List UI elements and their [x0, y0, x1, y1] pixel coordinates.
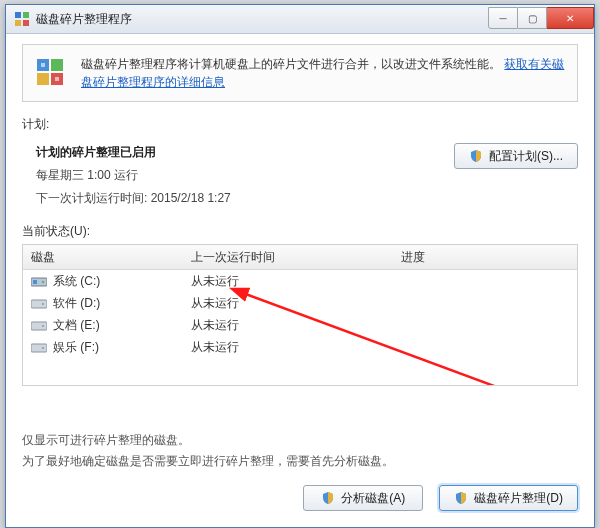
col-lastrun[interactable]: 上一次运行时间: [191, 249, 401, 266]
col-disk[interactable]: 磁盘: [23, 249, 191, 266]
cell-disk: 软件 (D:): [23, 295, 191, 312]
window-body: 磁盘碎片整理程序将计算机硬盘上的碎片文件进行合并，以改进文件系统性能。 获取有关…: [6, 34, 594, 527]
shield-icon: [321, 491, 335, 505]
analyze-button[interactable]: 分析磁盘(A): [303, 485, 423, 511]
configure-schedule-label: 配置计划(S)...: [489, 148, 563, 165]
defrag-window: 磁盘碎片整理程序 ─ ▢ ✕ 磁盘碎片整理程序将计算机硬盘上的碎片文件进行合并，…: [5, 4, 595, 528]
shield-icon: [454, 491, 468, 505]
disk-table: 磁盘 上一次运行时间 进度 系统 (C:)从未运行软件 (D:)从未运行文档 (…: [22, 244, 578, 386]
svg-point-16: [42, 325, 44, 327]
cell-lastrun: 从未运行: [191, 339, 401, 356]
titlebar: 磁盘碎片整理程序 ─ ▢ ✕: [6, 5, 594, 34]
svg-rect-8: [41, 63, 45, 67]
svg-rect-11: [33, 280, 37, 284]
svg-rect-17: [31, 344, 47, 352]
svg-rect-6: [37, 73, 49, 85]
schedule-info: 计划的碎片整理已启用 每星期三 1:00 运行 下一次计划运行时间: 2015/…: [22, 137, 444, 209]
info-text: 磁盘碎片整理程序将计算机硬盘上的碎片文件进行合并，以改进文件系统性能。 获取有关…: [81, 55, 565, 91]
svg-point-18: [42, 347, 44, 349]
defrag-label: 磁盘碎片整理(D): [474, 490, 563, 507]
window-title: 磁盘碎片整理程序: [36, 11, 488, 28]
status-label: 当前状态(U):: [22, 223, 578, 240]
schedule-next: 下一次计划运行时间: 2015/2/18 1:27: [36, 187, 444, 210]
svg-point-14: [42, 303, 44, 305]
analyze-label: 分析磁盘(A): [341, 490, 405, 507]
svg-rect-0: [15, 12, 21, 18]
defrag-icon: [35, 55, 69, 89]
table-row[interactable]: 文档 (E:)从未运行: [23, 314, 577, 336]
schedule-label: 计划:: [22, 116, 578, 133]
window-buttons: ─ ▢ ✕: [488, 7, 594, 27]
configure-schedule-button[interactable]: 配置计划(S)...: [454, 143, 578, 169]
cell-lastrun: 从未运行: [191, 295, 401, 312]
hint-block: 仅显示可进行碎片整理的磁盘。 为了最好地确定磁盘是否需要立即进行碎片整理，需要首…: [22, 430, 578, 471]
info-banner: 磁盘碎片整理程序将计算机硬盘上的碎片文件进行合并，以改进文件系统性能。 获取有关…: [22, 44, 578, 102]
svg-rect-15: [31, 322, 47, 330]
table-row[interactable]: 软件 (D:)从未运行: [23, 292, 577, 314]
svg-rect-13: [31, 300, 47, 308]
svg-rect-9: [55, 77, 59, 81]
svg-point-12: [42, 281, 44, 283]
minimize-button[interactable]: ─: [488, 7, 518, 29]
svg-rect-3: [23, 20, 29, 26]
svg-rect-2: [15, 20, 21, 26]
defrag-button[interactable]: 磁盘碎片整理(D): [439, 485, 578, 511]
maximize-button[interactable]: ▢: [518, 7, 547, 29]
shield-icon: [469, 149, 483, 163]
info-desc: 磁盘碎片整理程序将计算机硬盘上的碎片文件进行合并，以改进文件系统性能。: [81, 57, 501, 71]
close-button[interactable]: ✕: [547, 7, 594, 29]
schedule-time: 每星期三 1:00 运行: [36, 164, 444, 187]
hint-line2: 为了最好地确定磁盘是否需要立即进行碎片整理，需要首先分析磁盘。: [22, 451, 578, 471]
table-header: 磁盘 上一次运行时间 进度: [23, 245, 577, 270]
cell-disk: 娱乐 (F:): [23, 339, 191, 356]
disk-name: 文档 (E:): [53, 317, 100, 334]
svg-rect-1: [23, 12, 29, 18]
app-icon: [14, 11, 30, 27]
cell-lastrun: 从未运行: [191, 317, 401, 334]
cell-disk: 系统 (C:): [23, 273, 191, 290]
schedule-heading: 计划的碎片整理已启用: [36, 141, 444, 164]
cell-disk: 文档 (E:): [23, 317, 191, 334]
svg-rect-5: [51, 59, 63, 71]
disk-name: 系统 (C:): [53, 273, 100, 290]
footer-buttons: 分析磁盘(A) 磁盘碎片整理(D): [22, 485, 578, 511]
hint-line1: 仅显示可进行碎片整理的磁盘。: [22, 430, 578, 450]
disk-name: 软件 (D:): [53, 295, 100, 312]
col-progress[interactable]: 进度: [401, 249, 577, 266]
table-row[interactable]: 娱乐 (F:)从未运行: [23, 336, 577, 358]
table-row[interactable]: 系统 (C:)从未运行: [23, 270, 577, 292]
disk-name: 娱乐 (F:): [53, 339, 99, 356]
cell-lastrun: 从未运行: [191, 273, 401, 290]
